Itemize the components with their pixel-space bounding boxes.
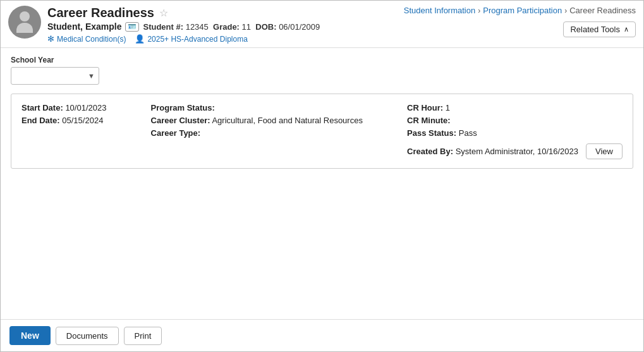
medical-label: Medical Condition(s): [57, 35, 126, 44]
documents-button[interactable]: Documents: [56, 327, 119, 345]
header-left: Career Readiness ☆ Student, Example 🪪 St…: [8, 6, 320, 44]
breadcrumb-sep-1: ›: [478, 6, 480, 15]
student-name: Student, Example: [47, 21, 121, 32]
star-icon[interactable]: ☆: [159, 7, 168, 19]
record-middle-col: Program Status: Career Cluster: Agricult…: [151, 103, 363, 138]
select-arrow-icon: ▼: [88, 72, 95, 80]
view-button[interactable]: View: [586, 143, 623, 159]
diploma-label: 2025+ HS-Advanced Diploma: [147, 35, 247, 44]
print-button[interactable]: Print: [124, 327, 162, 345]
tag-medical[interactable]: ✻ Medical Condition(s): [47, 34, 126, 44]
created-by-field: Created By: System Administrator, 10/16/…: [407, 147, 578, 156]
chevron-up-icon: ∧: [624, 25, 629, 33]
header: Career Readiness ☆ Student, Example 🪪 St…: [1, 1, 643, 48]
header-title-row: Career Readiness ☆: [47, 6, 320, 20]
pass-status-field: Pass Status: Pass: [407, 128, 623, 138]
student-meta: Student #: 12345 Grade: 11 DOB: 06/01/20…: [143, 22, 320, 32]
header-right: Student Information › Program Participat…: [404, 6, 636, 37]
end-date-field: End Date: 05/15/2024: [21, 116, 106, 125]
app-window: Career Readiness ☆ Student, Example 🪪 St…: [0, 0, 644, 352]
snowflake-icon: ✻: [47, 34, 54, 44]
breadcrumb-current: Career Readiness: [569, 6, 636, 15]
student-tags: ✻ Medical Condition(s) 👤 2025+ HS-Advanc…: [47, 34, 320, 44]
breadcrumb-sep-2: ›: [564, 6, 567, 15]
avatar-icon: [16, 11, 33, 33]
new-button[interactable]: New: [9, 326, 51, 345]
graduate-icon: 👤: [135, 34, 145, 44]
record-left-col: Start Date: 10/01/2023 End Date: 05/15/2…: [21, 103, 106, 125]
record-fields-right: CR Hour: 1 CR Minute: Pass Status: Pass: [407, 103, 623, 138]
student-id-badge[interactable]: 🪪: [125, 22, 139, 32]
avatar: [8, 6, 41, 39]
school-year-select[interactable]: ▼: [11, 67, 99, 85]
record-card: Start Date: 10/01/2023 End Date: 05/15/2…: [11, 94, 633, 169]
student-name-row: Student, Example 🪪 Student #: 12345 Grad…: [47, 21, 320, 32]
cr-minute-field: CR Minute:: [407, 116, 623, 125]
created-by-row: Created By: System Administrator, 10/16/…: [407, 143, 623, 159]
page-title: Career Readiness: [47, 6, 154, 20]
career-cluster-field: Career Cluster: Agricultural, Food and N…: [151, 116, 363, 125]
related-tools-button[interactable]: Related Tools ∧: [563, 21, 636, 37]
career-type-field: Career Type:: [151, 128, 363, 138]
avatar-body: [16, 23, 33, 33]
header-info: Career Readiness ☆ Student, Example 🪪 St…: [47, 6, 320, 44]
cr-hour-field: CR Hour: 1: [407, 103, 623, 112]
main-content: School Year ▼ Start Date: 10/01/2023 End…: [1, 48, 643, 319]
avatar-head: [20, 11, 30, 21]
school-year-label: School Year: [11, 56, 633, 64]
program-status-field: Program Status:: [151, 103, 363, 112]
start-date-field: Start Date: 10/01/2023: [21, 103, 106, 112]
breadcrumb-program-participation[interactable]: Program Participation: [483, 6, 562, 15]
breadcrumb-student-information[interactable]: Student Information: [404, 6, 475, 15]
record-right-col: CR Hour: 1 CR Minute: Pass Status: Pass …: [407, 103, 623, 159]
footer: New Documents Print: [1, 319, 643, 351]
breadcrumb: Student Information › Program Participat…: [404, 6, 636, 15]
related-tools-label: Related Tools: [570, 25, 620, 34]
tag-diploma[interactable]: 👤 2025+ HS-Advanced Diploma: [135, 34, 247, 44]
